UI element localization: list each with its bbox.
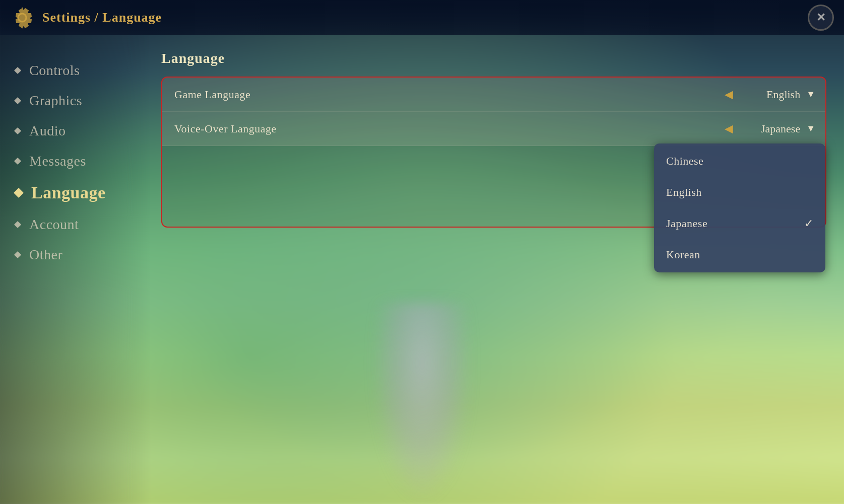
bullet-icon — [14, 97, 21, 104]
game-language-value: English — [740, 88, 800, 101]
settings-box: Game Language ◄ English ▼ Voice-Over Lan… — [161, 77, 826, 228]
voiceover-language-value: Japanese — [740, 122, 800, 135]
close-icon: ✕ — [816, 11, 825, 24]
sidebar-label-account: Account — [29, 217, 79, 233]
app-container: Settings / Language ✕ Controls Graphics … — [0, 0, 844, 504]
bullet-icon — [14, 221, 21, 228]
sidebar-label-messages: Messages — [29, 153, 86, 169]
dropdown-option-korean[interactable]: Korean — [654, 239, 825, 270]
game-language-row: Game Language ◄ English ▼ — [162, 78, 825, 112]
dropdown-option-english-label: English — [666, 186, 702, 199]
dropdown-option-chinese-label: Chinese — [666, 155, 703, 168]
voiceover-language-row: Voice-Over Language ◄ Japanese ▼ Chinese… — [162, 112, 825, 146]
dropdown-option-korean-label: Korean — [666, 248, 700, 261]
dropdown-option-japanese[interactable]: Japanese ✓ — [654, 208, 825, 239]
game-language-arrow-left[interactable]: ◄ — [722, 87, 736, 103]
dropdown-option-english[interactable]: English — [654, 177, 825, 208]
bullet-icon — [14, 158, 21, 165]
game-language-dropdown-arrow[interactable]: ▼ — [806, 89, 815, 100]
voiceover-language-arrow-left[interactable]: ◄ — [722, 121, 736, 137]
sidebar-label-language: Language — [31, 183, 106, 202]
sidebar-label-other: Other — [29, 247, 62, 263]
sidebar-label-graphics: Graphics — [29, 93, 82, 109]
sidebar-item-messages[interactable]: Messages — [0, 146, 151, 176]
dropdown-option-chinese[interactable]: Chinese — [654, 146, 825, 177]
header-title: Settings / Language — [42, 10, 162, 25]
close-button[interactable]: ✕ — [808, 5, 834, 31]
bullet-icon — [14, 67, 21, 74]
sidebar-label-audio: Audio — [29, 123, 66, 139]
sidebar-item-controls[interactable]: Controls — [0, 55, 151, 86]
sidebar-item-other[interactable]: Other — [0, 240, 151, 270]
sidebar: Controls Graphics Audio Messages Languag… — [0, 35, 151, 504]
header: Settings / Language ✕ — [0, 0, 844, 35]
voiceover-language-dropdown-arrow[interactable]: ▼ — [806, 123, 815, 134]
sidebar-item-language[interactable]: Language — [0, 176, 151, 209]
sidebar-item-account[interactable]: Account — [0, 209, 151, 240]
voiceover-language-label: Voice-Over Language — [162, 122, 722, 135]
gear-icon — [10, 6, 34, 30]
bullet-icon — [14, 127, 21, 134]
settings-panel: Language Game Language ◄ English ▼ Voice… — [151, 35, 844, 504]
section-title: Language — [161, 50, 829, 66]
sidebar-item-audio[interactable]: Audio — [0, 116, 151, 146]
game-language-label: Game Language — [162, 88, 722, 101]
dropdown-option-japanese-checkmark: ✓ — [804, 217, 814, 230]
voiceover-dropdown-menu: Chinese English Japanese ✓ Korean — [654, 143, 825, 272]
bullet-icon — [14, 251, 21, 258]
bullet-icon-active — [14, 188, 24, 198]
sidebar-item-graphics[interactable]: Graphics — [0, 86, 151, 116]
voiceover-language-control: ◄ Japanese ▼ — [722, 121, 825, 137]
dropdown-option-japanese-label: Japanese — [666, 217, 707, 230]
content-area: Controls Graphics Audio Messages Languag… — [0, 35, 844, 504]
game-language-control: ◄ English ▼ — [722, 87, 825, 103]
sidebar-label-controls: Controls — [29, 62, 80, 79]
